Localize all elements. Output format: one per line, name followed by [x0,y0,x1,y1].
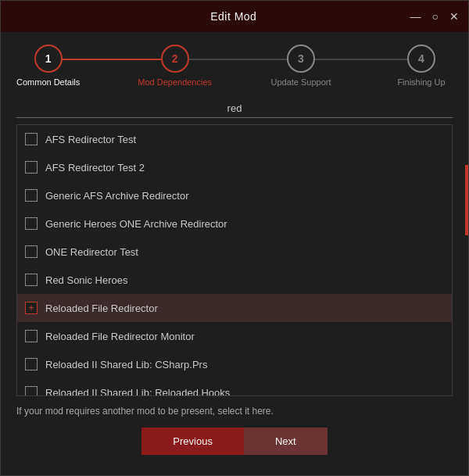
main-content: 1 Common Details 2 Mod Dependencies 3 Up… [1,32,468,475]
maximize-button[interactable]: ○ [432,10,439,23]
list-item[interactable]: AFS Redirector Test 2 [17,153,452,181]
list-item-label: AFS Redirector Test 2 [45,162,145,174]
list-item-label: Red Sonic Heroes [45,274,128,286]
list-item-label: Reloaded II Shared Lib: Reloaded.Hooks [45,387,230,397]
list-item[interactable]: Red Sonic Heroes [17,266,452,294]
right-accent [465,165,468,235]
step-4-label: Finishing Up [397,77,445,87]
checkbox[interactable] [25,386,38,396]
checkbox[interactable]: + [25,302,38,314]
minimize-button[interactable]: — [410,10,421,23]
step-1: 1 Common Details [16,45,80,87]
list-item-label: Generic AFS Archive Redirector [45,190,189,202]
next-button[interactable]: Next [244,428,328,455]
previous-button[interactable]: Previous [141,428,244,455]
checkbox[interactable] [25,245,38,258]
list-item-label: AFS Redirector Test [45,134,136,145]
button-row: Previous Next [16,428,453,455]
step-3: 3 Update Support [270,45,332,87]
checkbox[interactable] [25,274,38,286]
titlebar: Edit Mod — ○ ✕ [1,1,468,32]
step-1-circle: 1 [34,45,63,73]
list-item-label: Reloaded File Redirector [45,302,158,314]
list-item[interactable]: Reloaded File Redirector Monitor [17,322,452,350]
list-item[interactable]: Reloaded II Shared Lib: CSharp.Prs [17,350,452,378]
list-item-label: Reloaded II Shared Lib: CSharp.Prs [45,359,207,370]
step-3-label: Update Support [270,77,331,87]
filter-bar [16,102,453,118]
titlebar-controls: — ○ ✕ [410,10,459,23]
stepper: 1 Common Details 2 Mod Dependencies 3 Up… [16,45,453,87]
hint-text: If your mod requires another mod to be p… [16,406,453,417]
list-item[interactable]: ONE Redirector Test [17,238,452,266]
checkbox[interactable] [25,161,38,174]
window-title: Edit Mod [57,10,410,23]
list-item-label: Reloaded File Redirector Monitor [45,331,195,342]
step-2-circle: 2 [161,45,189,73]
close-button[interactable]: ✕ [449,10,459,23]
checkbox[interactable] [25,358,38,370]
list-item-label: ONE Redirector Test [45,246,138,258]
list-item[interactable]: Reloaded II Shared Lib: Reloaded.Hooks [17,378,452,396]
list-item[interactable]: AFS Redirector Test [17,125,452,153]
checkbox[interactable] [25,217,38,230]
step-4: 4 Finishing Up [390,45,453,87]
step-1-label: Common Details [16,77,80,87]
mod-list[interactable]: AFS Redirector TestAFS Redirector Test 2… [16,124,453,396]
step-4-circle: 4 [407,45,435,73]
checkbox[interactable] [25,330,38,342]
list-item[interactable]: Generic Heroes ONE Archive Redirector [17,209,452,238]
checkbox[interactable] [25,133,38,145]
list-item[interactable]: +Reloaded File Redirector [17,294,452,322]
step-2: 2 Mod Dependencies [138,45,212,87]
list-item[interactable]: Generic AFS Archive Redirector [17,181,452,209]
edit-mod-window: Edit Mod — ○ ✕ 1 Common Details 2 Mod De… [0,0,469,476]
checkbox[interactable] [25,189,38,202]
list-item-label: Generic Heroes ONE Archive Redirector [45,218,227,230]
step-3-circle: 3 [287,45,315,73]
filter-input[interactable] [16,102,453,114]
step-2-label: Mod Dependencies [138,77,212,87]
